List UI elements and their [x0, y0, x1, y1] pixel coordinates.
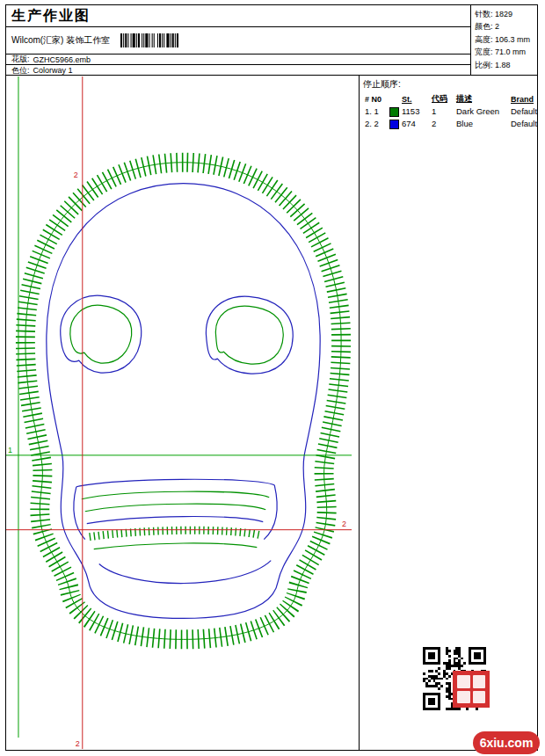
side-panel: 停止顺序: # N0 St. 代码 描述 Brand 元素 — [360, 76, 537, 750]
thread-color-swatch — [389, 120, 399, 129]
mouth-left-hook — [74, 487, 85, 540]
page-frame: 生产作业图 Wilcom(汇家) 装饰工作室 花版: GZHC5966.emb … — [5, 4, 538, 751]
colorway-value: Colorway 1 — [33, 66, 73, 75]
mouth-right-hook — [264, 485, 277, 540]
title-row: 生产作业图 — [6, 5, 470, 27]
skull-outline — [47, 184, 320, 619]
col-header-no: # N0 — [363, 92, 388, 105]
red-mark-label-top: 2 — [74, 171, 78, 179]
thread-code: 1 — [430, 105, 454, 118]
thread-stitches: 674 — [400, 118, 430, 130]
seal-glyph — [457, 675, 470, 688]
thread-no: 2. 2 — [363, 118, 388, 130]
header-left: 生产作业图 Wilcom(汇家) 装饰工作室 花版: GZHC5966.emb … — [6, 5, 470, 75]
stat-height: 高度: 106.3 mm — [475, 33, 534, 46]
table-header-row: # N0 St. 代码 描述 Brand 元素 — [363, 92, 545, 105]
red-mark-label-bottom: 2 — [76, 739, 80, 748]
right-eye-outline — [206, 296, 293, 374]
stat-width: 宽度: 71.0 mm — [475, 46, 534, 58]
right-eye-inner — [215, 306, 283, 364]
seal-glyph — [473, 691, 486, 704]
production-worksheet: 生产作业图 Wilcom(汇家) 装饰工作室 花版: GZHC5966.emb … — [0, 0, 545, 756]
thread-brand: Default — [509, 105, 545, 118]
red-seal — [453, 671, 490, 708]
header: 生产作业图 Wilcom(汇家) 装饰工作室 花版: GZHC5966.emb … — [6, 5, 537, 76]
left-eye-outline — [61, 295, 142, 373]
thread-no: 1. 1 — [363, 105, 388, 118]
thread-brand: Default — [509, 118, 545, 130]
page-title: 生产作业图 — [11, 7, 91, 25]
zigzag-border-stitches — [25, 163, 341, 640]
thread-stitches: 1153 — [400, 105, 430, 118]
col-header-code: 代码 — [430, 92, 454, 105]
embroidery-design: 1 2 2 2 — [6, 76, 359, 750]
green-mark-label: 1 — [8, 446, 12, 454]
barcode — [120, 33, 178, 47]
left-eye-inner — [70, 305, 132, 363]
design-canvas: 1 2 2 2 — [6, 76, 360, 750]
stop-sequence-table: # N0 St. 代码 描述 Brand 元素 1. 1 1153 1 Dark… — [363, 92, 545, 130]
colorway-row: 色位: Colorway 1 — [6, 65, 470, 76]
col-header-brand: Brand — [509, 92, 545, 105]
stop-sequence-title: 停止顺序: — [363, 78, 534, 91]
thread-row: 2. 2 674 2 Blue Default — [363, 118, 545, 130]
design-stats: 针数: 1829 颜色: 2 高度: 106.3 mm 宽度: 71.0 mm … — [470, 5, 537, 75]
thread-desc: Dark Green — [454, 105, 509, 118]
6xiu-logo: 6xiu.com — [473, 731, 540, 754]
mouth-top-line — [76, 479, 274, 487]
pattern-row: 花版: GZHC5966.emb — [6, 55, 470, 65]
pattern-label: 花版: — [11, 54, 30, 65]
stop-sequence: 停止顺序: # N0 St. 代码 描述 Brand 元素 — [360, 76, 537, 133]
col-header-desc: 描述 — [454, 92, 509, 105]
pattern-filename: GZHC5966.emb — [33, 55, 91, 64]
col-header-stitches: St. — [400, 92, 430, 105]
stat-stitches: 针数: 1829 — [475, 8, 534, 20]
col-header-swatch — [388, 92, 400, 105]
6xiu-logo-text: 6xiu.com — [480, 736, 534, 750]
thread-code: 2 — [430, 118, 454, 130]
thread-row: 1. 1 1153 1 Dark Green Default — [363, 105, 545, 118]
red-mark-label-right: 2 — [342, 520, 346, 528]
seal-glyph — [457, 691, 470, 704]
stat-scale: 比例: 1.88 — [475, 59, 534, 71]
colorway-label: 色位: — [11, 65, 30, 76]
mouth-curve-4 — [94, 543, 258, 549]
mouth-curve-3 — [87, 517, 264, 524]
zigzag-border-centerline — [25, 163, 341, 640]
mouth-curve-1 — [82, 491, 269, 499]
thread-color-swatch — [389, 107, 399, 117]
thread-desc: Blue — [454, 118, 509, 130]
jaw-inner-line — [99, 561, 272, 584]
studio-name: Wilcom(汇家) 装饰工作室 — [11, 34, 110, 47]
stat-colors: 颜色: 2 — [475, 20, 534, 33]
mouth-curve-2 — [85, 504, 265, 512]
mouth-stitch-band — [90, 530, 261, 536]
studio-row: Wilcom(汇家) 装饰工作室 — [6, 27, 470, 55]
seal-glyph — [473, 675, 486, 688]
